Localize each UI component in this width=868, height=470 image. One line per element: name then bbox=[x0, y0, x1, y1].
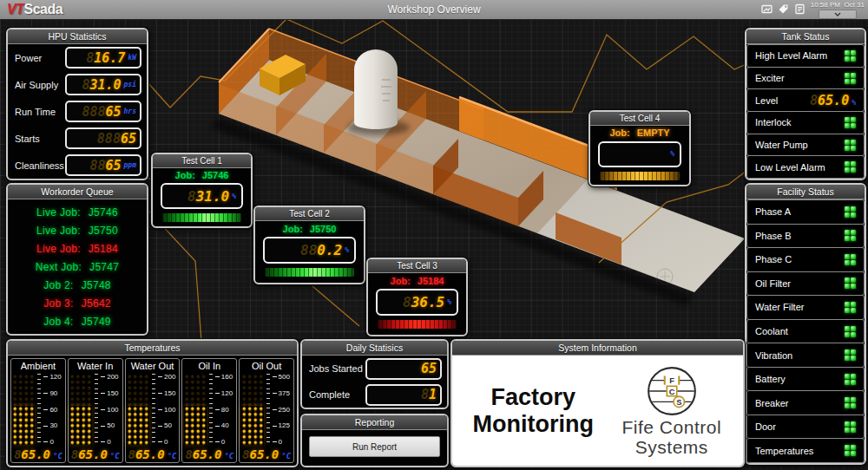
gauge-value: 865.0°C bbox=[240, 447, 293, 461]
cleanliness-display: 8865ppm bbox=[65, 154, 141, 176]
value-digits: 65 bbox=[421, 361, 437, 376]
titlebar-dropdown-button[interactable] bbox=[819, 10, 857, 19]
hpu-row-starts: Starts 88865 bbox=[8, 125, 147, 152]
progress-bar bbox=[600, 172, 680, 180]
status-row-interlock: Interlock bbox=[746, 111, 865, 134]
gauge-label: Water In bbox=[69, 361, 122, 373]
heading-line-2: Monitoring bbox=[459, 411, 608, 437]
percent-label: % bbox=[852, 99, 856, 107]
gauge-ambient: Ambient 1209060300 865.0°C bbox=[10, 358, 66, 463]
progress-display: 880.2% bbox=[263, 237, 356, 264]
progress-bar bbox=[265, 268, 354, 277]
job-slot-label: Next Job: bbox=[36, 261, 82, 273]
job-number: J5642 bbox=[82, 297, 111, 310]
test-cell-2-panel: Test Cell 2 Job:J5750 880.2% bbox=[253, 206, 365, 284]
panel-title: Facility Status bbox=[746, 185, 865, 199]
panel-title: Temperatures bbox=[8, 341, 297, 356]
panel-title: Daily Statisics bbox=[302, 341, 447, 356]
daily-statistics-panel: Daily Statisics Jobs Started 65 Complete… bbox=[300, 339, 449, 409]
tag-icon[interactable] bbox=[778, 3, 789, 15]
tank-status-panel: Tank Status High Level Alarm Exciter Lev… bbox=[745, 28, 866, 180]
value-digits: 36.5 bbox=[411, 294, 445, 310]
percent-label: % bbox=[345, 246, 349, 254]
led-bar bbox=[241, 374, 264, 445]
status-row-breaker: Breaker bbox=[746, 390, 865, 415]
svg-text:C: C bbox=[668, 387, 674, 395]
job-number: J5747 bbox=[89, 261, 119, 273]
ghost-digits: 8 bbox=[86, 50, 94, 66]
tick-ruler bbox=[37, 374, 41, 445]
page-title: Workshop Overview bbox=[0, 3, 868, 16]
green-led-indicator bbox=[845, 277, 856, 289]
system-heading: Factory Monitoring bbox=[459, 384, 608, 436]
workorder-item: Job 2:J5748 bbox=[8, 276, 147, 294]
gauge-value: 865.0°C bbox=[127, 447, 179, 461]
vendor-name: Fife Control Systems bbox=[622, 418, 722, 457]
tick-ruler bbox=[209, 374, 213, 445]
panel-title: Test Cell 1 bbox=[153, 154, 251, 168]
daily-row-jobs-started: Jobs Started 65 bbox=[302, 356, 447, 382]
vendor-name-line-2: Systems bbox=[622, 438, 722, 458]
jobs-started-display: 65 bbox=[365, 358, 442, 380]
heading-line-1: Factory bbox=[459, 384, 608, 410]
progress-display: 836.5% bbox=[376, 289, 458, 316]
air-supply-display: 831.0psi bbox=[65, 74, 141, 95]
status-label: Temperatures bbox=[755, 446, 813, 456]
gauge-water-out: Water Out 200150100500 865.0°C bbox=[125, 358, 181, 463]
progress-display: 831.0% bbox=[161, 183, 243, 209]
gauge-value: 865.0°C bbox=[12, 447, 64, 461]
gauge-label: Ambient bbox=[12, 361, 64, 373]
level-display: 865.0% bbox=[810, 93, 856, 108]
status-label: Phase A bbox=[755, 206, 791, 217]
gauge-oil-in: Oil In 16012080400 865.0°C bbox=[181, 358, 237, 463]
value-digits: 16.7 bbox=[94, 50, 125, 66]
gauge-water-in: Water In 200150100500 865.0°C bbox=[68, 358, 123, 463]
job-slot-label: Job 2: bbox=[43, 279, 74, 291]
tick-labels: 200150100500 bbox=[158, 374, 178, 445]
unit-label: psi bbox=[124, 81, 136, 88]
status-row-door: Door bbox=[746, 415, 865, 440]
job-number: J5184 bbox=[89, 243, 118, 255]
workorder-item: Job 3:J5642 bbox=[8, 294, 147, 312]
percent-label: % bbox=[447, 298, 451, 306]
green-led-indicator bbox=[845, 161, 856, 173]
notes-icon[interactable] bbox=[794, 3, 806, 15]
panel-title: Workorder Queue bbox=[8, 185, 147, 199]
panel-title: Reporting bbox=[302, 415, 447, 430]
green-led-indicator bbox=[845, 445, 856, 456]
status-label: Interlock bbox=[755, 117, 792, 127]
progress-bar bbox=[378, 320, 457, 329]
run-time-display: 88865hrs bbox=[65, 101, 141, 122]
chevron-down-icon bbox=[834, 12, 841, 16]
workshop-overview-screen: VTScada Workshop Overview 10:58 PM Oct 3… bbox=[0, 0, 868, 470]
test-cell-1-panel: Test Cell 1 Job:J5746 831.0% bbox=[151, 153, 253, 228]
hpu-row-run-time: Run Time 88865hrs bbox=[8, 98, 147, 125]
status-row-phase-b: Phase B bbox=[746, 224, 865, 249]
ghost-digits: 88 bbox=[89, 158, 105, 173]
green-led-indicator bbox=[845, 421, 856, 433]
clock[interactable]: 10:58 PM Oct 31 bbox=[811, 1, 865, 9]
row-label: Cleanliness bbox=[15, 160, 64, 171]
starts-display: 88865 bbox=[65, 127, 141, 149]
run-report-button[interactable]: Run Report bbox=[309, 436, 440, 457]
gauge-value: 865.0°C bbox=[69, 447, 122, 461]
status-label: Battery bbox=[755, 374, 786, 384]
row-label: Air Supply bbox=[15, 80, 58, 90]
ghost-digits: 888 bbox=[97, 131, 121, 147]
job-number: J5184 bbox=[418, 276, 444, 286]
status-row-level: Level865.0% bbox=[746, 88, 865, 112]
status-label: Water Filter bbox=[755, 302, 804, 312]
vendor-name-line-1: Fife Control bbox=[622, 418, 722, 438]
progress-bar bbox=[162, 213, 241, 222]
panel-title: Test Cell 4 bbox=[590, 112, 689, 126]
status-label: Phase B bbox=[755, 231, 792, 241]
percent-label: % bbox=[232, 193, 236, 200]
ghost-digits: 8 bbox=[421, 387, 429, 402]
gauge-label: Oil In bbox=[183, 361, 235, 373]
job-label: Job: bbox=[391, 276, 411, 286]
page-icon[interactable] bbox=[761, 3, 773, 15]
workorder-item: Live Job:J5184 bbox=[8, 239, 147, 258]
tick-ruler bbox=[266, 374, 270, 445]
job-number: EMPTY bbox=[637, 127, 670, 138]
job-line: Job:J5750 bbox=[255, 221, 364, 236]
